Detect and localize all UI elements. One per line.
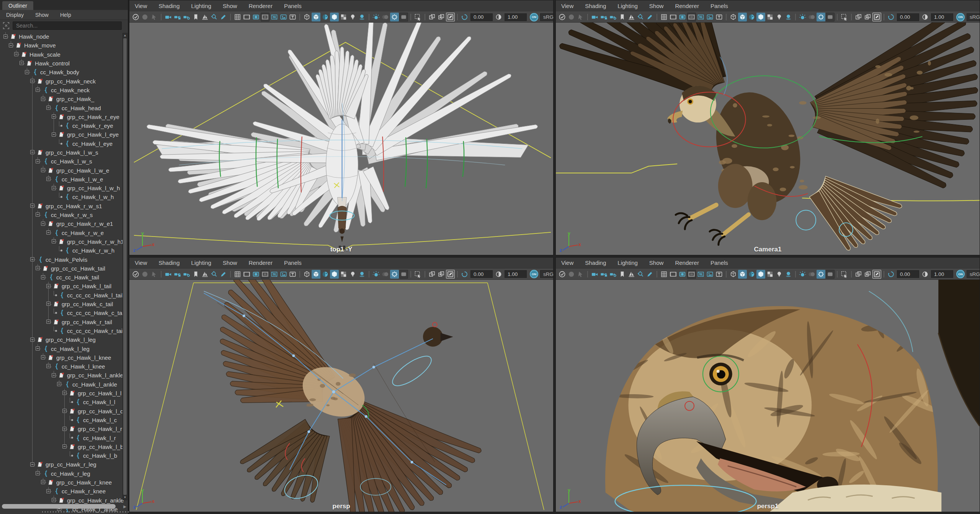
node-label[interactable]: cc_Hawk_r_w_s <box>51 212 93 218</box>
node-label[interactable]: grp_cc_Hawk_l_b <box>78 444 123 450</box>
tree-row[interactable]: cc_Hawk_l_c <box>0 416 128 424</box>
node-label[interactable]: cc_Hawk_l_knee <box>62 363 105 370</box>
tree-row[interactable]: grp_cc_Hawk_l_w_e <box>0 166 128 175</box>
node-label[interactable]: grp_cc_Hawk_c_tail <box>62 301 113 307</box>
tree-row[interactable]: cc_Hawk_r_w_h <box>0 246 128 255</box>
expand-collapse-toggle[interactable] <box>52 114 56 119</box>
camera-lock-icon[interactable] <box>173 13 182 21</box>
menu-lighting[interactable]: Lighting <box>191 259 211 266</box>
dof-icon[interactable] <box>826 270 835 279</box>
tree-row[interactable]: cc_Hawk_r_w_e <box>0 228 128 237</box>
shadows-icon[interactable] <box>358 13 366 21</box>
tree-row[interactable]: cc_cc_Hawk_tail <box>0 273 128 282</box>
exposure-field[interactable]: 0.00 <box>897 270 919 278</box>
node-label[interactable]: cc_cc_cc_Hawk_l_tail <box>67 292 123 299</box>
tree-row[interactable]: grp_cc_Hawk_l_r <box>0 424 128 433</box>
film-gate-icon[interactable] <box>669 270 678 279</box>
pan-zoom-icon[interactable] <box>636 270 645 279</box>
field-chart-icon[interactable] <box>696 270 705 279</box>
outliner-tree[interactable]: Hawk_nodeHawk_moveHawk_scaleHawk_control… <box>0 31 128 514</box>
field-chart-icon[interactable] <box>270 270 279 279</box>
xray-joints-icon[interactable] <box>863 13 872 21</box>
tree-row[interactable]: grp_cc_Hawk_neck <box>0 77 128 85</box>
expand-collapse-toggle[interactable] <box>41 275 45 279</box>
lookdev-sphere-icon[interactable] <box>140 13 149 21</box>
pan-zoom-icon[interactable] <box>636 13 645 21</box>
menu-show[interactable]: Show <box>223 259 237 266</box>
image-plane-icon[interactable] <box>201 270 209 279</box>
expand-collapse-toggle[interactable] <box>30 338 34 342</box>
xray-icon[interactable] <box>854 270 863 279</box>
tree-row[interactable]: cc_cc_cc_Hawk_c_tail <box>0 308 128 317</box>
expand-collapse-toggle[interactable] <box>62 409 67 413</box>
viewport-canvas-persp[interactable]: persp y x z <box>129 280 553 512</box>
tree-row[interactable]: Hawk_node <box>0 32 128 41</box>
motion-blur-icon[interactable] <box>381 270 390 279</box>
bookmark-icon[interactable] <box>191 13 200 21</box>
bookmark-icon[interactable] <box>191 270 200 279</box>
shadows-icon[interactable] <box>784 270 793 279</box>
shaded-cube-icon[interactable] <box>312 13 320 21</box>
exposure-cycle-icon[interactable] <box>887 270 895 279</box>
tree-row[interactable]: grp_cc_Hawk_r_w_e1 <box>0 219 128 228</box>
view-transform-field[interactable]: sRGB gamma <box>967 13 980 21</box>
node-label[interactable]: cc_cc_cc_Hawk_c_tail <box>67 310 125 316</box>
tree-row[interactable]: cc_Hawk_r_leg <box>0 469 128 478</box>
tree-row[interactable]: cc_Hawk_l_leg <box>0 344 128 353</box>
wire-cube-icon[interactable] <box>302 270 311 279</box>
xray-joints-icon[interactable] <box>437 270 446 279</box>
tree-row[interactable]: grp_cc_Hawk_l_c <box>0 406 128 415</box>
image-plane-icon[interactable] <box>627 13 636 21</box>
textured-icon[interactable] <box>321 13 330 21</box>
menu-view[interactable]: View <box>561 259 573 266</box>
bookmark-icon[interactable] <box>618 13 627 21</box>
ao-icon[interactable] <box>372 270 381 279</box>
expand-collapse-toggle[interactable] <box>46 302 51 306</box>
safe-title-icon[interactable] <box>288 13 297 21</box>
node-label[interactable]: cc_Hawk_l_b <box>83 452 117 459</box>
node-label[interactable]: cc_Hawk_Pelvis <box>46 256 87 263</box>
camera-gear-icon[interactable] <box>609 270 617 279</box>
safe-action-icon[interactable] <box>279 13 288 21</box>
gamma-on-button[interactable]: ON <box>956 270 965 278</box>
gate-mask-icon[interactable] <box>687 13 696 21</box>
node-label[interactable]: grp_cc_Hawk_r_eye <box>67 114 119 120</box>
safe-title-icon[interactable] <box>715 270 724 279</box>
grease-pencil-icon[interactable] <box>219 270 228 279</box>
safe-title-icon[interactable] <box>288 270 297 279</box>
expand-collapse-toggle[interactable] <box>46 489 51 493</box>
vertical-scroll-thumb[interactable] <box>123 38 127 495</box>
menu-renderer[interactable]: Renderer <box>675 259 699 266</box>
textured-icon[interactable] <box>321 270 330 279</box>
gamma-field[interactable]: 1.00 <box>505 270 527 278</box>
view-transform-field[interactable]: sRGB gamma <box>540 13 554 21</box>
tree-row[interactable]: cc_Hawk_l_w_h <box>0 193 128 201</box>
exposure-cycle-icon[interactable] <box>887 13 895 21</box>
tree-row[interactable]: grp_cc_Hawk_l_eye <box>0 130 128 139</box>
dof-icon[interactable] <box>399 270 408 279</box>
tree-row[interactable]: grp_cc_Hawk_l_l <box>0 389 128 398</box>
node-label[interactable]: grp_cc_Hawk_ <box>56 96 94 102</box>
expand-collapse-toggle[interactable] <box>36 159 40 163</box>
pan-zoom-icon[interactable] <box>210 13 219 21</box>
menu-shading[interactable]: Shading <box>585 3 606 9</box>
node-label[interactable]: Hawk_control <box>35 60 70 67</box>
expand-collapse-toggle[interactable] <box>30 79 34 83</box>
node-label[interactable]: grp_cc_cc_Hawk_tail <box>51 265 105 272</box>
expand-collapse-toggle[interactable] <box>30 150 34 154</box>
tree-row[interactable]: cc_Hawk_head <box>0 103 128 112</box>
gamma-field[interactable]: 1.00 <box>931 270 953 278</box>
scroll-down-icon[interactable]: ▼ <box>123 495 127 500</box>
tree-row[interactable]: cc_Hawk_l_knee <box>0 362 128 371</box>
select-highlight-icon[interactable] <box>150 13 158 21</box>
node-label[interactable]: Hawk_scale <box>29 51 60 58</box>
tree-row[interactable]: Hawk_scale <box>0 50 128 59</box>
expand-collapse-toggle[interactable] <box>62 391 67 395</box>
expand-collapse-toggle[interactable] <box>57 382 61 386</box>
viewport-canvas-camera1[interactable]: Camera1 y x z <box>556 23 980 255</box>
grid-icon[interactable] <box>233 270 242 279</box>
gamma-field[interactable]: 1.00 <box>505 13 527 21</box>
textured-icon[interactable] <box>747 13 756 21</box>
bulb-icon[interactable] <box>775 270 784 279</box>
lookdev-sphere-icon[interactable] <box>140 270 149 279</box>
